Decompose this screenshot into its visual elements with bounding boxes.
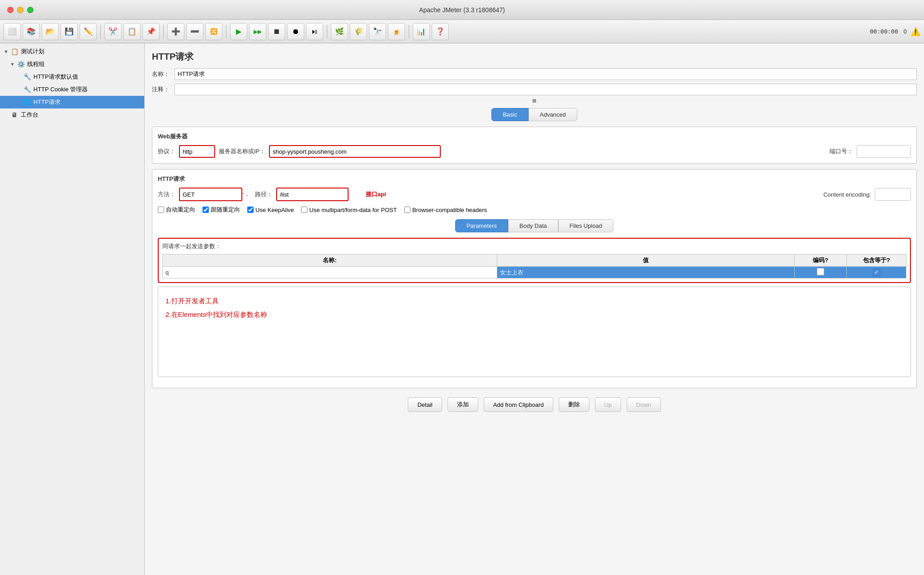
params-row-0[interactable]: q 女士上衣 ✓ (163, 267, 906, 278)
main-tab-bar: Basic Advanced (152, 108, 917, 121)
browser-headers-checkbox-label[interactable]: Browser-compatible headers (404, 207, 487, 213)
col-name: 名称: (163, 255, 497, 267)
port-label: 端口号： (830, 147, 853, 156)
sidebar-item-thread-group[interactable]: ▼ ⚙️ 线程组 (0, 58, 144, 71)
server-row: 协议： 服务器名称或IP： 端口号： (158, 145, 911, 158)
maximize-button[interactable] (27, 7, 33, 13)
path-label: 路径： (255, 190, 273, 198)
up-button[interactable]: Up (595, 397, 622, 412)
save-button[interactable]: 💾 (61, 23, 78, 40)
http-request-section: HTTP请求 方法： GET POST PUT DELETE 路径： 接口api… (152, 169, 917, 388)
port-input[interactable] (857, 145, 911, 158)
tab-files-upload[interactable]: Files Upload (558, 219, 613, 232)
tool1-button[interactable]: 🌿 (331, 23, 348, 40)
follow-redirect-checkbox-label[interactable]: 跟随重定向 (203, 206, 240, 214)
tool2-button[interactable]: 🌾 (350, 23, 367, 40)
comment-label: 注释： (152, 85, 174, 94)
sidebar-item-workbench[interactable]: 🖥 工作台 (0, 108, 144, 121)
tool3-button[interactable]: 🔭 (369, 23, 386, 40)
protocol-input[interactable] (179, 145, 215, 158)
run-button[interactable]: ▶ (230, 23, 247, 40)
http-defaults-label: HTTP请求默认值 (33, 73, 78, 81)
auto-redirect-checkbox-label[interactable]: 自动重定向 (158, 206, 195, 214)
remote-run-button[interactable]: ⏯ (306, 23, 323, 40)
test-plan-icon: 📋 (10, 47, 19, 56)
encoding-label: Content encoding: (823, 191, 871, 198)
encoding-input[interactable] (875, 188, 911, 201)
sidebar-item-http-defaults[interactable]: 🔧 HTTP请求默认值 (0, 71, 144, 83)
sidebar-item-http-request[interactable]: 🌐 HTTP请求 (0, 96, 144, 108)
checkboxes-row: 自动重定向 跟随重定向 Use KeepAlive Use multipart/… (158, 206, 911, 214)
list-button[interactable]: 📊 (413, 23, 430, 40)
window-title: Apache JMeter (3.3 r1808647) (419, 6, 505, 14)
sidebar: ▼ 📋 测试计划 ▼ ⚙️ 线程组 🔧 HTTP请求默认值 🔧 HTTP Coo… (0, 43, 145, 575)
add-param-button[interactable]: 添加 (448, 397, 478, 412)
stop-all-button[interactable]: ⏺ (287, 23, 304, 40)
detail-button[interactable]: Detail (408, 397, 442, 412)
open-button[interactable]: 📂 (42, 23, 59, 40)
title-bar: Apache JMeter (3.3 r1808647) (0, 0, 924, 20)
tool4-button[interactable]: 🍺 (388, 23, 405, 40)
separator-4 (327, 25, 327, 38)
web-server-section: Web服务器 协议： 服务器名称或IP： 端口号： (152, 127, 917, 164)
run-count: 0 (904, 28, 907, 35)
clear-button[interactable]: 🔀 (205, 23, 222, 40)
thread-group-icon: ⚙️ (16, 60, 25, 69)
browser-headers-checkbox[interactable] (404, 207, 410, 213)
copy-button[interactable]: 📋 (123, 23, 141, 40)
method-select[interactable]: GET POST PUT DELETE (179, 188, 242, 201)
paste-button[interactable]: 📌 (142, 23, 160, 40)
param-name-0[interactable]: q (163, 267, 497, 278)
server-input[interactable] (269, 145, 441, 158)
params-subtitle: 同请求一起发送参数： (162, 242, 906, 250)
close-button[interactable] (7, 7, 14, 13)
comment-row: 注释： (152, 84, 917, 95)
param-encode-0[interactable] (795, 267, 847, 278)
http-request-icon: 🌐 (23, 98, 32, 107)
tab-advanced[interactable]: Advanced (528, 108, 577, 121)
include-checkbox-0[interactable]: ✓ (873, 269, 880, 276)
remove-button[interactable]: ➖ (186, 23, 203, 40)
tab-basic[interactable]: Basic (491, 108, 528, 121)
cookie-icon: 🔧 (23, 85, 32, 94)
delete-button[interactable]: 删除 (559, 397, 589, 412)
name-input[interactable] (174, 68, 917, 80)
path-input[interactable] (276, 188, 349, 201)
multipart-checkbox-label[interactable]: Use multipart/form-data for POST (301, 207, 397, 213)
help-button[interactable]: ❓ (432, 23, 449, 40)
auto-redirect-checkbox[interactable] (158, 207, 164, 213)
params-table: 名称: 值 编码? 包含等于? q 女士上衣 (162, 254, 906, 278)
down-button[interactable]: Down (627, 397, 660, 412)
stop-button[interactable]: ⏹ (268, 23, 285, 40)
main-container: ▼ 📋 测试计划 ▼ ⚙️ 线程组 🔧 HTTP请求默认值 🔧 HTTP Coo… (0, 43, 924, 575)
keepalive-checkbox[interactable] (247, 207, 254, 213)
multipart-checkbox[interactable] (301, 207, 307, 213)
new-button[interactable]: ⬜ (4, 23, 21, 40)
web-server-title: Web服务器 (158, 132, 911, 141)
tab-parameters[interactable]: Parameters (455, 219, 508, 232)
content-panel: HTTP请求 名称： 注释： Basic Advanced Web服务器 协议：… (145, 43, 924, 575)
run-all-button[interactable]: ▶▶ (249, 23, 266, 40)
warning-icon: ⚠️ (910, 27, 920, 37)
minimize-button[interactable] (17, 7, 24, 13)
http-defaults-icon: 🔧 (23, 72, 32, 81)
encode-checkbox-0[interactable] (817, 268, 824, 275)
sidebar-item-test-plan[interactable]: ▼ 📋 测试计划 (0, 45, 144, 58)
add-clipboard-button[interactable]: Add from Clipboard (484, 397, 553, 412)
add-button[interactable]: ➕ (167, 23, 184, 40)
method-label: 方法： (158, 190, 175, 198)
templates-button[interactable]: 📚 (23, 23, 40, 40)
follow-redirect-checkbox[interactable] (203, 207, 209, 213)
comment-input[interactable] (174, 84, 917, 95)
http-method-row: 方法： GET POST PUT DELETE 路径： 接口api Conten… (158, 188, 911, 201)
name-label: 名称： (152, 70, 174, 78)
param-value-0[interactable]: 女士上衣 (497, 267, 795, 278)
sidebar-item-cookie-manager[interactable]: 🔧 HTTP Cookie 管理器 (0, 83, 144, 96)
edit-button[interactable]: ✏️ (80, 23, 97, 40)
parameters-section: 同请求一起发送参数： 名称: 值 编码? 包含等于? q 女士上衣 (158, 238, 911, 283)
param-include-0[interactable]: ✓ (847, 267, 906, 278)
tab-body-data[interactable]: Body Data (508, 219, 558, 232)
keepalive-checkbox-label[interactable]: Use KeepAlive (247, 207, 294, 213)
api-annotation: 接口api (366, 190, 386, 198)
cut-button[interactable]: ✂️ (104, 23, 122, 40)
